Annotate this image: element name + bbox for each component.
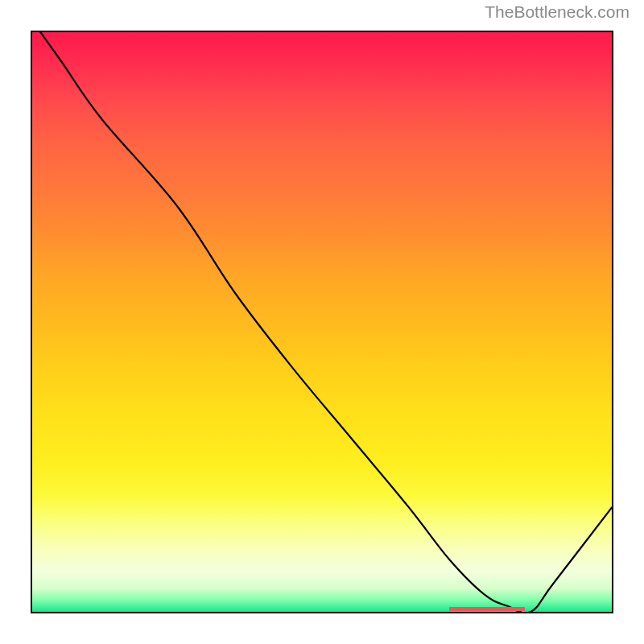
- chart-container: [31, 31, 613, 613]
- plot-area: [32, 32, 612, 612]
- line-chart-svg: [32, 32, 612, 612]
- watermark-text: TheBottleneck.com: [485, 2, 630, 22]
- optimal-range-marker: [449, 607, 525, 611]
- data-curve: [32, 32, 612, 612]
